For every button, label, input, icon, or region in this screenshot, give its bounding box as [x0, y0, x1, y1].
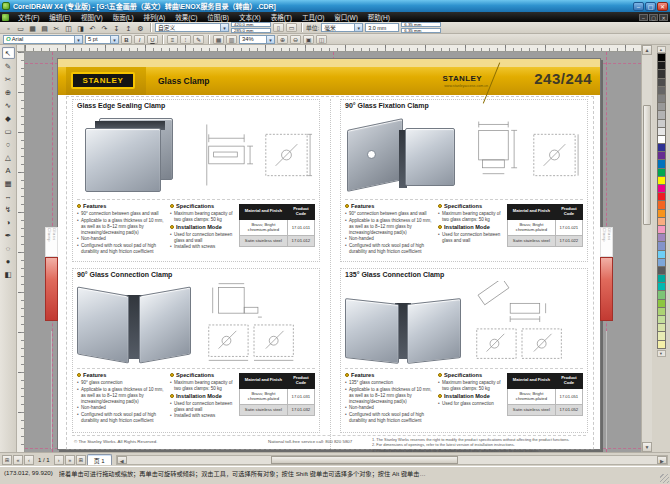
add-page-button[interactable]: ⊞	[2, 455, 12, 465]
menu-item[interactable]: 表格(T)	[266, 12, 297, 22]
underline-button[interactable]: U	[147, 35, 158, 44]
bullet-list-icon[interactable]: ⁝	[180, 35, 191, 44]
units-combo[interactable]: 毫米 ▾	[321, 23, 363, 32]
edit-text-icon[interactable]: ✎	[193, 35, 204, 44]
scroll-right-icon[interactable]: ▶	[657, 456, 667, 464]
zoom-in-icon[interactable]: ⊕	[277, 35, 288, 44]
paper-preset-combo[interactable]: 自定义 ▾	[155, 23, 229, 32]
menu-item[interactable]: 文件(F)	[13, 12, 44, 22]
undo-icon[interactable]: ↶	[87, 23, 98, 33]
rectangle-tool-icon[interactable]: ▭	[2, 125, 15, 137]
italic-button[interactable]: I	[134, 35, 145, 44]
edge-tab-right: Glass Clamp	[600, 227, 613, 331]
menu-item[interactable]: 窗口(W)	[329, 12, 362, 22]
crop-tool-icon[interactable]: ✂	[2, 73, 15, 85]
resize-grip[interactable]	[660, 474, 669, 483]
outline-pen-tool-icon[interactable]: ◌	[2, 242, 15, 254]
ruler-origin[interactable]	[17, 45, 25, 52]
print-icon[interactable]: ▤	[39, 23, 50, 33]
scroll-left-icon[interactable]: ◀	[117, 456, 127, 464]
bold-button[interactable]: B	[121, 35, 132, 44]
last-page-button[interactable]: »	[65, 455, 75, 465]
ellipse-tool-icon[interactable]: ○	[2, 138, 15, 150]
horizontal-scrollbar[interactable]: ◀ ▶	[116, 455, 668, 465]
menu-item[interactable]: 视图(V)	[76, 12, 108, 22]
duplicate-y-field[interactable]: 6.35 mm	[401, 28, 441, 33]
dimension-tool-icon[interactable]: ↔	[2, 190, 15, 202]
specifications-heading: Specifications	[176, 203, 214, 209]
menu-item[interactable]: 效果(C)	[170, 12, 202, 22]
next-page-button[interactable]: ›	[54, 455, 64, 465]
minimize-button[interactable]: –	[633, 2, 644, 11]
interactive-fill-tool-icon[interactable]: ◧	[2, 268, 15, 280]
close-button[interactable]: ✕	[657, 2, 668, 11]
doc-minimize-button[interactable]: –	[639, 14, 648, 21]
paper-width-field[interactable]: 420.0 mm	[231, 22, 271, 27]
font-size-combo[interactable]: 5 pt ▾	[85, 35, 119, 44]
import-icon[interactable]: ↧	[111, 23, 122, 33]
maximize-button[interactable]: ▢	[645, 2, 656, 11]
menu-item[interactable]: 工具(O)	[297, 12, 329, 22]
menu-item[interactable]: 位图(B)	[202, 12, 234, 22]
polygon-tool-icon[interactable]: △	[2, 151, 15, 163]
freehand-tool-icon[interactable]: ∿	[2, 99, 15, 111]
page-view-icon[interactable]: ▥	[226, 35, 237, 44]
palette-swatch[interactable]	[657, 340, 666, 349]
vertical-ruler[interactable]	[17, 52, 25, 452]
zoom-out-icon[interactable]: ⊖	[290, 35, 301, 44]
scroll-down-icon[interactable]: ▼	[642, 442, 652, 452]
add-page-button[interactable]: ⊞	[76, 455, 86, 465]
units-label: 单位:	[306, 23, 319, 32]
save-icon[interactable]: ▦	[27, 23, 38, 33]
menu-item[interactable]: 版面(L)	[108, 12, 139, 22]
nudge-field[interactable]: 3.0 mm	[365, 23, 399, 32]
export-icon[interactable]: ↥	[123, 23, 134, 33]
horizontal-scroll-thumb[interactable]	[271, 456, 458, 464]
scroll-up-icon[interactable]: ▲	[642, 45, 652, 55]
fill-tool-icon[interactable]: ●	[2, 255, 15, 267]
menu-item[interactable]: 帮助(H)	[363, 12, 395, 22]
vertical-scroll-thumb[interactable]	[643, 105, 651, 225]
palette-scroll-down-icon[interactable]: ▾	[657, 350, 666, 357]
portrait-button[interactable]: ▯	[273, 23, 284, 32]
previous-page-button[interactable]: ‹	[24, 455, 34, 465]
first-page-button[interactable]: «	[13, 455, 23, 465]
menu-item[interactable]: 文本(X)	[234, 12, 266, 22]
font-combo[interactable]: O Arial ▾	[3, 35, 83, 44]
align-left-icon[interactable]: ≡	[167, 35, 178, 44]
page-tab[interactable]: 页 1	[87, 454, 112, 465]
smart-fill-tool-icon[interactable]: ◆	[2, 112, 15, 124]
application-launcher-icon[interactable]: ⚙	[135, 23, 146, 33]
zoom-to-page-icon[interactable]: ▣	[303, 35, 314, 44]
copy-icon[interactable]: ◫	[63, 23, 74, 33]
doc-close-button[interactable]: ✕	[659, 14, 668, 21]
duplicate-x-field[interactable]: 6.35 mm	[401, 22, 441, 27]
menu-item[interactable]: 排列(A)	[139, 12, 171, 22]
drawing-canvas[interactable]: STANLEY Glass Clamp STANLEY www.stanleya…	[25, 52, 641, 452]
vertical-scrollbar[interactable]: ▲ ▼	[641, 45, 652, 452]
eyedropper-tool-icon[interactable]: ✒	[2, 229, 15, 241]
cut-icon[interactable]: ✂	[51, 23, 62, 33]
clamp-left-plate	[77, 286, 129, 363]
zoom-level-combo[interactable]: 34% ▾	[239, 35, 275, 44]
new-document-icon[interactable]: ▫	[3, 23, 14, 33]
paper-height-field[interactable]: 285.0 mm	[231, 28, 271, 33]
pick-tool-icon[interactable]: ↖	[2, 47, 15, 59]
zoom-to-width-icon[interactable]: ◫	[316, 35, 327, 44]
doc-restore-button[interactable]: ▢	[649, 14, 658, 21]
menu-item[interactable]: 编辑(E)	[44, 12, 76, 22]
document-page[interactable]: STANLEY Glass Clamp STANLEY www.stanleya…	[57, 58, 601, 450]
grid-view-icon[interactable]: ▦	[213, 35, 224, 44]
open-icon[interactable]: ▭	[15, 23, 26, 33]
shape-tool-icon[interactable]: ✎	[2, 60, 15, 72]
palette-scroll-up-icon[interactable]: ▴	[657, 46, 666, 53]
redo-icon[interactable]: ↷	[99, 23, 110, 33]
paste-icon[interactable]: ◨	[75, 23, 86, 33]
connector-tool-icon[interactable]: ↯	[2, 203, 15, 215]
landscape-button[interactable]: ▭	[286, 23, 297, 32]
table-tool-icon[interactable]: ▦	[2, 177, 15, 189]
horizontal-ruler[interactable]	[25, 45, 641, 52]
blend-tool-icon[interactable]: ◑	[2, 216, 15, 228]
zoom-tool-icon[interactable]: ⊕	[2, 86, 15, 98]
text-tool-icon[interactable]: A	[2, 164, 15, 176]
